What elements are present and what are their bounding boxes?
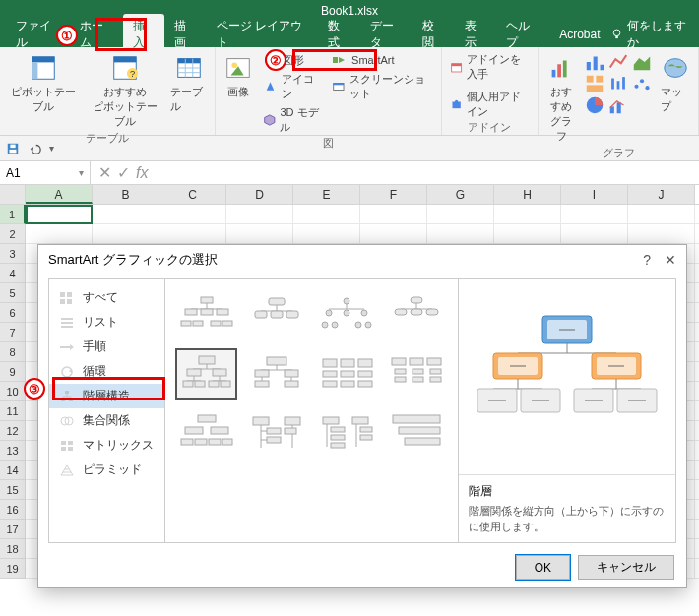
icons-button[interactable]: アイコン	[261, 71, 324, 102]
chart-line-icon[interactable]	[607, 51, 629, 73]
row-header[interactable]: 2	[0, 224, 26, 244]
chevron-down-icon[interactable]: ▾	[79, 167, 84, 178]
category-pyramid[interactable]: ピラミッド	[49, 458, 164, 482]
chart-pie-icon[interactable]	[584, 94, 605, 116]
category-hierarchy[interactable]: 階層構造	[49, 384, 164, 408]
svg-rect-140	[323, 381, 337, 387]
table-button[interactable]: テーブル	[168, 51, 208, 116]
map-chart-button[interactable]: マップ	[659, 51, 692, 116]
layout-thumb[interactable]	[175, 289, 237, 340]
ribbon-group-label: グラフ	[544, 146, 692, 161]
tab-review[interactable]: 校閲	[413, 14, 455, 55]
cancel-icon[interactable]: ✕	[98, 163, 111, 182]
help-icon[interactable]: ?	[643, 252, 651, 268]
chart-stat-icon[interactable]	[607, 73, 629, 94]
col-header[interactable]: H	[494, 185, 561, 204]
row-header[interactable]: 4	[0, 264, 26, 283]
row-header[interactable]: 3	[0, 244, 26, 264]
active-cell[interactable]	[26, 205, 93, 224]
recommended-charts-button[interactable]: おすすめ グラフ	[544, 51, 578, 146]
layout-thumb[interactable]	[386, 348, 448, 400]
row-header[interactable]: 12	[0, 421, 26, 441]
layout-thumb[interactable]	[386, 289, 448, 340]
save-icon[interactable]	[6, 142, 20, 155]
row-header[interactable]: 13	[0, 441, 26, 461]
layout-thumb[interactable]	[245, 348, 307, 400]
category-all[interactable]: すべて	[49, 285, 164, 310]
tab-help[interactable]: ヘルプ	[496, 14, 549, 55]
images-button[interactable]: 画像	[222, 51, 255, 136]
tab-file[interactable]: ファイル	[6, 14, 70, 55]
category-cycle[interactable]: 循環	[49, 359, 164, 384]
row-header[interactable]: 9	[0, 362, 26, 382]
cancel-button[interactable]: キャンセル	[578, 555, 674, 580]
tab-data[interactable]: データ	[360, 14, 413, 55]
col-header[interactable]: E	[293, 185, 360, 204]
row-header[interactable]: 8	[0, 342, 26, 362]
row-header[interactable]: 18	[0, 539, 26, 559]
layout-thumb[interactable]	[316, 407, 378, 459]
category-process[interactable]: 手順	[49, 335, 164, 359]
ok-button[interactable]: OK	[516, 555, 570, 580]
get-addins-button[interactable]: アドインを入手	[448, 51, 532, 83]
category-relationship[interactable]: 集合関係	[49, 408, 164, 433]
svg-rect-154	[211, 427, 228, 434]
fx-icon[interactable]: fx	[136, 164, 148, 182]
layout-thumb[interactable]	[245, 407, 307, 459]
enter-icon[interactable]: ✓	[117, 163, 130, 182]
svg-point-96	[344, 298, 350, 304]
col-header[interactable]: B	[93, 185, 159, 204]
row-header[interactable]: 1	[0, 205, 26, 224]
layout-thumb[interactable]	[316, 289, 378, 340]
layout-thumb[interactable]	[386, 407, 448, 459]
3dmodel-button[interactable]: 3D モデル	[261, 104, 324, 136]
row-header[interactable]: 6	[0, 303, 26, 323]
tab-formulas[interactable]: 数式	[318, 14, 360, 55]
row-header[interactable]: 10	[0, 382, 26, 401]
col-header[interactable]: D	[226, 185, 293, 204]
chart-combo-icon[interactable]	[607, 94, 629, 116]
chart-hier-icon[interactable]	[584, 73, 605, 94]
name-box[interactable]: A1 ▾	[0, 161, 91, 184]
row-header[interactable]: 7	[0, 323, 26, 342]
row-header[interactable]: 11	[0, 401, 26, 421]
row-header[interactable]: 17	[0, 520, 26, 539]
chart-area-icon[interactable]	[631, 51, 653, 73]
tab-insert[interactable]: 挿入	[123, 14, 165, 55]
col-header[interactable]: A	[26, 185, 93, 204]
my-addins-button[interactable]: 個人用アドイン	[448, 89, 532, 120]
col-header[interactable]: I	[561, 185, 628, 204]
tell-me[interactable]: 何をしますか	[610, 18, 693, 51]
recommended-pivot-button[interactable]: ? おすすめ ピボットテーブル	[88, 51, 163, 131]
tab-draw[interactable]: 描画	[164, 14, 207, 55]
screenshot-button[interactable]: スクリーンショット	[330, 71, 435, 102]
col-header[interactable]: J	[628, 185, 695, 204]
layout-thumb[interactable]	[316, 348, 378, 400]
layout-thumb-selected[interactable]	[175, 348, 237, 400]
layout-thumb[interactable]	[245, 289, 307, 340]
chart-bar-icon[interactable]	[584, 51, 605, 73]
row-header[interactable]: 16	[0, 500, 26, 520]
tab-acrobat[interactable]: Acrobat	[549, 24, 609, 45]
col-header[interactable]: G	[427, 185, 494, 204]
category-matrix[interactable]: マトリックス	[49, 433, 164, 458]
category-list-item[interactable]: リスト	[49, 310, 164, 335]
row-header[interactable]: 5	[0, 283, 26, 303]
col-header[interactable]: F	[360, 185, 427, 204]
select-all-corner[interactable]	[0, 185, 26, 204]
tab-home[interactable]: ホーム	[70, 14, 123, 55]
tab-view[interactable]: 表示	[455, 14, 497, 55]
undo-icon[interactable]	[28, 142, 41, 155]
pivottable-button[interactable]: ピボットテーブル	[6, 51, 82, 116]
layout-thumb[interactable]	[175, 407, 237, 459]
formula-bar[interactable]	[156, 161, 699, 184]
col-header[interactable]: C	[159, 185, 226, 204]
chevron-down-icon[interactable]: ▾	[49, 143, 54, 154]
tab-pagelayout[interactable]: ページ レイアウト	[207, 14, 318, 55]
row-header[interactable]: 15	[0, 480, 26, 500]
row-header[interactable]: 19	[0, 559, 26, 579]
row-header[interactable]: 14	[0, 461, 26, 480]
svg-rect-74	[68, 441, 73, 445]
close-icon[interactable]: ✕	[665, 252, 676, 268]
chart-scatter-icon[interactable]	[631, 73, 653, 94]
